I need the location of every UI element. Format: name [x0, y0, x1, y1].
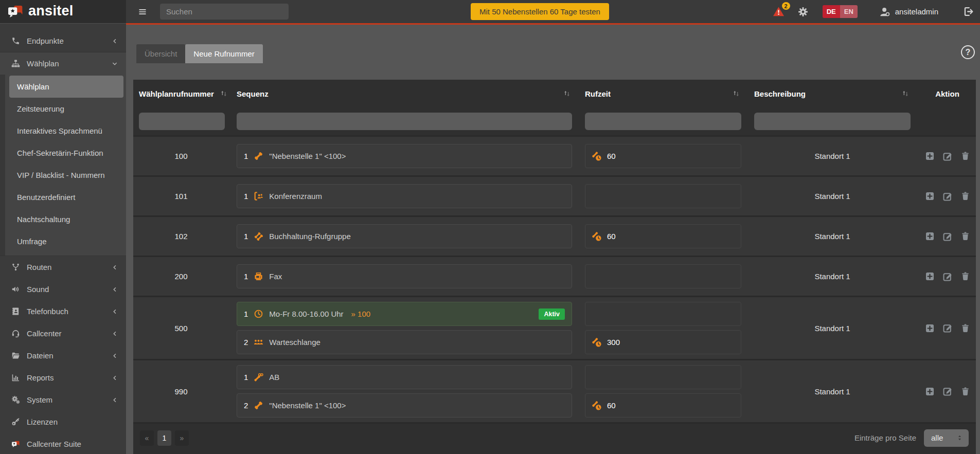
sidebar-item-telefonbuch[interactable]: Telefonbuch — [0, 300, 126, 322]
row-delete-button[interactable] — [960, 151, 970, 161]
row-delete-button[interactable] — [960, 386, 970, 396]
ring-time-icon — [592, 231, 602, 242]
plus-icon — [925, 387, 935, 396]
sort-icon[interactable] — [562, 89, 572, 98]
sidebar-item-lizenzen[interactable]: Lizenzen — [0, 411, 126, 433]
filter-beschreibung-input[interactable] — [754, 113, 911, 130]
plus-icon — [925, 151, 935, 161]
row-add-button[interactable] — [925, 386, 935, 396]
menu-toggle-button[interactable] — [137, 8, 148, 16]
sidebar-item-routen[interactable]: Routen — [0, 256, 126, 278]
sort-icon[interactable] — [731, 89, 741, 98]
help-button[interactable]: ? — [961, 45, 975, 59]
filter-rufzeit-input[interactable] — [585, 113, 741, 130]
action-cell — [919, 323, 976, 333]
app-logo[interactable]: ansitel — [0, 0, 126, 23]
sidebar-item-sound[interactable]: Sound — [0, 278, 126, 300]
column-header-beschreibung[interactable]: Beschreibung — [746, 89, 919, 98]
warnings-button[interactable]: 2 — [773, 6, 785, 17]
dialplan-number: 990 — [133, 387, 229, 396]
pagination-prev-button[interactable]: « — [140, 430, 154, 446]
submenu-item-zeitsteuerung[interactable]: Zeitsteuerung — [9, 98, 123, 120]
row-edit-button[interactable] — [942, 323, 953, 333]
tab-uebersicht[interactable]: Übersicht — [136, 44, 185, 63]
sequence-step[interactable]: 2Warteschlange — [237, 330, 572, 354]
description-label: Standort 1 — [746, 152, 919, 160]
column-header-sequenz[interactable]: Sequenz — [229, 89, 576, 98]
pagination-next-button[interactable]: » — [175, 430, 189, 446]
sidebar-item-dateien[interactable]: Dateien — [0, 344, 126, 367]
filter-rufnummer-input[interactable] — [139, 113, 225, 130]
headset-icon — [11, 329, 20, 338]
column-header-rufzeit[interactable]: Rufzeit — [576, 89, 746, 98]
sidebar-item-label: Callcenter Suite — [27, 440, 118, 448]
ringtime-cell: 60 — [576, 144, 746, 168]
sort-icon[interactable] — [900, 89, 911, 98]
sequence-step[interactable]: 1"Nebenstelle 1" <100> — [237, 144, 572, 168]
row-add-button[interactable] — [925, 231, 935, 242]
row-add-button[interactable] — [925, 323, 935, 333]
sequence-cell: 1Fax — [229, 264, 576, 288]
sidebar-item-callcenter-suite[interactable]: Callcenter Suite — [0, 433, 126, 454]
per-page-label: Einträge pro Seite — [854, 433, 916, 442]
trial-offer-button[interactable]: Mit 50 Nebenstellen 60 Tage testen — [471, 3, 609, 20]
row-edit-button[interactable] — [942, 271, 953, 282]
settings-button[interactable] — [798, 7, 808, 17]
ringtime-cell — [576, 264, 746, 288]
sidebar-item-system[interactable]: System — [0, 389, 126, 411]
language-en-button[interactable]: EN — [840, 5, 858, 18]
sequence-step[interactable]: 1Buchhaltung-Rufgruppe — [237, 224, 572, 248]
action-cell — [919, 386, 976, 396]
phone-icon — [11, 37, 20, 45]
column-label: Beschreibung — [754, 89, 806, 98]
action-cell — [919, 231, 976, 242]
sequence-step[interactable]: 1AB — [237, 365, 572, 389]
submenu-item-vip-blacklist[interactable]: VIP / Blacklist - Nummern — [9, 164, 123, 186]
submenu-item-sprachmenue[interactable]: Interaktives Sprachmenü — [9, 120, 123, 142]
search-input[interactable] — [160, 4, 289, 20]
pagination-page-1-button[interactable]: 1 — [157, 430, 171, 446]
column-header-waehlplanrufnummer[interactable]: Wählplanrufnummer — [133, 89, 229, 98]
sort-icon[interactable] — [219, 89, 229, 98]
sidebar-item-waehlplan[interactable]: Wählplan — [0, 52, 126, 75]
row-edit-button[interactable] — [942, 151, 953, 161]
logout-button[interactable] — [963, 6, 974, 17]
tab-bar: Übersicht Neue Rufnummer — [136, 44, 976, 63]
sidebar-item-callcenter[interactable]: Callcenter — [0, 322, 126, 344]
action-cell — [919, 151, 976, 161]
tab-neue-rufnummer[interactable]: Neue Rufnummer — [185, 44, 262, 63]
row-delete-button[interactable] — [960, 191, 970, 202]
submenu-item-waehlplan[interactable]: Wählplan — [9, 76, 123, 98]
row-add-button[interactable] — [925, 151, 935, 161]
trash-icon — [960, 191, 970, 201]
row-edit-button[interactable] — [942, 191, 953, 202]
table-row: 9901AB2"Nebenstelle 1" <100>60Standort 1 — [133, 359, 976, 422]
submenu-item-umfrage[interactable]: Umfrage — [9, 230, 123, 252]
step-number: 1 — [244, 152, 248, 160]
submenu-item-benutzerdefiniert[interactable]: Benutzerdefiniert — [9, 186, 123, 208]
submenu-item-chef-sekretaerin[interactable]: Chef-Sekretärin-Funktion — [9, 142, 123, 164]
row-edit-button[interactable] — [942, 231, 953, 242]
sidebar-item-reports[interactable]: Reports — [0, 367, 126, 389]
row-delete-button[interactable] — [960, 231, 970, 242]
ringtime-box: 60 — [585, 144, 741, 168]
submenu-item-nachtschaltung[interactable]: Nachtschaltung — [9, 208, 123, 230]
row-edit-button[interactable] — [942, 386, 953, 396]
sequence-step[interactable]: 2"Nebenstelle 1" <100> — [237, 393, 572, 417]
ringtime-cell — [576, 184, 746, 208]
user-menu[interactable]: ansiteladmin — [879, 6, 938, 17]
dialplan-number: 102 — [133, 232, 229, 241]
row-add-button[interactable] — [925, 191, 935, 202]
language-de-button[interactable]: DE — [823, 5, 840, 18]
sequence-step[interactable]: 1Konferenzraum — [237, 184, 572, 208]
filter-sequenz-input[interactable] — [237, 113, 572, 130]
row-delete-button[interactable] — [960, 323, 970, 333]
per-page-select[interactable]: alle — [924, 429, 969, 447]
row-add-button[interactable] — [925, 271, 935, 282]
sequence-step[interactable]: 1Mo-Fr 8.00-16.00 Uhr» 100Aktiv — [237, 302, 572, 326]
sequence-cell: 1Mo-Fr 8.00-16.00 Uhr» 100Aktiv2Wartesch… — [229, 302, 576, 354]
dialplan-table: Wählplanrufnummer Sequenz Rufzeit Beschr… — [133, 80, 976, 454]
sidebar-item-endpunkte[interactable]: Endpunkte — [0, 30, 126, 52]
sequence-step[interactable]: 1Fax — [237, 264, 572, 288]
row-delete-button[interactable] — [960, 271, 970, 282]
